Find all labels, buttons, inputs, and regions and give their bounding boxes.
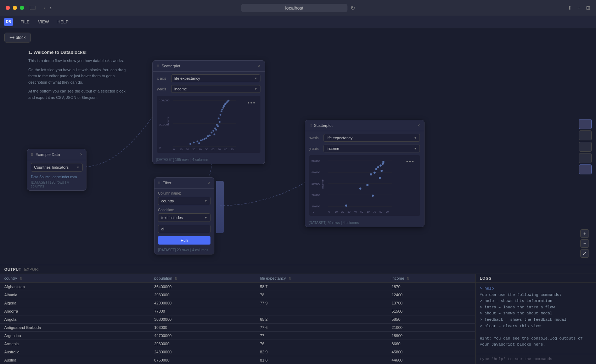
svg-point-28 <box>211 132 213 134</box>
scatterplot2-close-icon[interactable]: × <box>417 123 420 128</box>
table-row: Armenia2930000768660 <box>0 340 475 348</box>
tabs-icon[interactable]: ⊞ <box>586 5 590 11</box>
url-bar[interactable]: localhost <box>241 4 348 12</box>
table-cell: Andorra <box>0 307 150 315</box>
condition-label: Condition: <box>158 208 210 212</box>
menubar: DB FILE VIEW HELP <box>0 16 596 28</box>
column-name-select[interactable]: country ▼ <box>158 197 210 205</box>
add-block-button[interactable]: + + block <box>4 33 31 43</box>
table-cell: Angola <box>0 315 150 324</box>
add-tab-icon[interactable]: + <box>578 5 580 11</box>
table-header-row: country ⇅ population ⇅ life expectancy ⇅ <box>0 274 475 283</box>
table-cell: 58.7 <box>256 283 388 291</box>
svg-text:0: 0 <box>313 210 315 213</box>
forward-arrow-icon[interactable]: › <box>50 5 52 11</box>
filter-body: Column name: country ▼ Condition: text i… <box>154 189 214 247</box>
svg-point-18 <box>190 143 191 145</box>
scatterplot1-svg: 100,000 50,000 0 income 0 10 20 30 40 50… <box>158 97 258 150</box>
run-button[interactable]: Run <box>158 236 210 245</box>
window-toggle-icon[interactable] <box>30 6 35 10</box>
scatterplot2-block: ⠿ Scatterplot × x-axis life expectancy ▼… <box>305 120 424 227</box>
table-cell: 2930000 <box>150 291 256 299</box>
zoom-in-button[interactable]: + <box>580 229 589 238</box>
refresh-icon[interactable]: ↻ <box>350 5 355 11</box>
table-row: Angola3080000065.25850 <box>0 315 475 324</box>
y-axis-row2: y-axis income ▼ <box>309 145 420 152</box>
svg-point-80 <box>377 166 379 168</box>
y-axis2-dropdown-icon: ▼ <box>414 147 417 150</box>
log-line6: > clear – clears this view <box>480 323 592 330</box>
x-axis-label2: x-axis <box>309 136 321 140</box>
svg-point-82 <box>379 164 382 167</box>
y-axis-row: y-axis income ▼ <box>157 85 260 93</box>
filter-value-input[interactable] <box>158 225 210 233</box>
svg-text:40,000: 40,000 <box>311 171 320 174</box>
svg-text:10: 10 <box>180 148 182 150</box>
scatterplot2-title: ⠿ Scatterplot <box>309 123 333 128</box>
example-data-close-icon[interactable]: × <box>80 152 83 157</box>
palette-item-5[interactable] <box>579 164 592 174</box>
svg-text:70: 70 <box>218 148 221 150</box>
x-axis-select2[interactable]: life expectancy ▼ <box>324 134 420 142</box>
col-income[interactable]: income ⇅ <box>387 274 475 283</box>
svg-text:80: 80 <box>224 148 227 150</box>
x-axis-select[interactable]: life expectancy ▼ <box>171 74 260 82</box>
table-cell: 65.2 <box>256 315 388 324</box>
svg-point-79 <box>375 168 377 170</box>
y-axis-select[interactable]: income ▼ <box>171 85 260 93</box>
col-population[interactable]: population ⇅ <box>150 274 256 283</box>
table-cell: 44600 <box>387 356 475 364</box>
share-icon[interactable]: ⬆ <box>568 5 572 11</box>
column-name-label: Column name: <box>158 191 210 195</box>
filter-header: ⠿ Filter × <box>154 178 214 189</box>
palette-item-3[interactable] <box>579 142 592 152</box>
example-data-dropdown[interactable]: Countries Indicators ▼ <box>31 163 83 172</box>
scatterplot1-header: ⠿ Scatterplot × <box>153 61 265 72</box>
filter-close-icon[interactable]: × <box>208 180 210 185</box>
output-label: OUTPUT <box>4 267 21 271</box>
scatterplot2-svg: 50,000 40,000 30,000 20,000 10,000 0 inc… <box>311 157 417 213</box>
svg-text:100,000: 100,000 <box>159 99 169 102</box>
drag-icon: ⠿ <box>158 181 161 185</box>
maximize-window-button[interactable] <box>20 6 24 10</box>
condition-select[interactable]: text includes ▼ <box>158 213 210 222</box>
close-window-button[interactable] <box>6 6 10 10</box>
data-source-link[interactable]: Data Source: gapminder.com <box>27 174 86 180</box>
logs-panel: LOGS > help You can use the following co… <box>476 274 596 364</box>
y-axis-label: y-axis <box>157 87 168 91</box>
menu-view[interactable]: VIEW <box>34 18 52 26</box>
svg-point-74 <box>359 187 361 190</box>
example-data-body: Countries Indicators ▼ <box>27 160 86 174</box>
col-country[interactable]: country ⇅ <box>0 274 150 283</box>
minimize-window-button[interactable] <box>13 6 17 10</box>
palette-item-2[interactable] <box>579 130 592 140</box>
palette-item-4[interactable] <box>579 153 592 163</box>
svg-text:10: 10 <box>335 211 338 213</box>
browser-nav[interactable]: ‹ › <box>44 5 51 11</box>
menu-help[interactable]: HELP <box>54 18 72 26</box>
block-palette <box>579 119 592 174</box>
svg-text:80: 80 <box>379 211 382 213</box>
output-header: OUTPUT EXPORT <box>0 265 596 274</box>
y-axis-select2[interactable]: income ▼ <box>324 145 420 152</box>
table-cell: 77.9 <box>256 299 388 307</box>
export-label[interactable]: EXPORT <box>24 267 40 271</box>
filter-block: ⠿ Filter × Column name: country ▼ Condit… <box>154 177 214 254</box>
logs-footer: type 'help' to see the commands <box>476 354 596 364</box>
window-controls[interactable] <box>6 6 24 10</box>
svg-point-40 <box>223 107 224 109</box>
svg-text:income: income <box>167 116 170 125</box>
col-life-expectancy[interactable]: life expectancy ⇅ <box>256 274 388 283</box>
palette-item-1[interactable] <box>579 119 592 129</box>
table-cell: 8660 <box>387 340 475 348</box>
drag-icon: ⠿ <box>157 64 159 68</box>
example-dataset-info: [DATASET] 195 rows | 4 columns <box>27 180 86 190</box>
svg-text:income: income <box>321 179 324 189</box>
table-cell: 5850 <box>387 315 475 324</box>
fit-view-button[interactable]: ⤢ <box>580 249 589 258</box>
back-arrow-icon[interactable]: ‹ <box>44 5 46 11</box>
menu-file[interactable]: FILE <box>17 18 33 26</box>
zoom-out-button[interactable]: − <box>580 239 589 248</box>
sort-icon: ⇅ <box>175 277 178 280</box>
scatterplot1-close-icon[interactable]: × <box>258 63 260 68</box>
